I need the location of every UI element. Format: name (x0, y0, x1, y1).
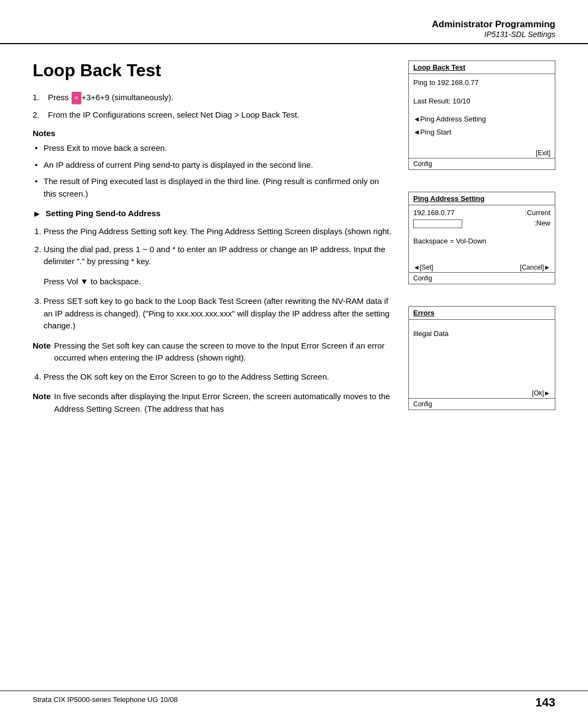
screen2-body: 192.168.0.77 :Current :New Backspace = V… (409, 205, 555, 263)
screen1-row2: Last Result: 10/10 (413, 96, 550, 107)
sub-steps-3: Press the OK soft key on the Error Scree… (44, 371, 392, 383)
screen3-config[interactable]: Config (413, 400, 432, 408)
left-column: Loop Back Test 1. Press ≈+3+6+9 (simulta… (33, 60, 392, 422)
notes-list: Press Exit to move back a screen. An IP … (33, 142, 392, 200)
note-item-2: An IP address of current Ping send-to pa… (33, 159, 392, 172)
sub-steps-2: Press SET soft key to go back to the Loo… (44, 295, 392, 332)
footer-page-num: 143 (535, 695, 555, 710)
main-content: Loop Back Test 1. Press ≈+3+6+9 (simulta… (0, 60, 588, 422)
screen2-bottom-bar: Config (409, 272, 555, 284)
sub-step-4: Press the OK soft key on the Error Scree… (44, 371, 392, 383)
screen2-config[interactable]: Config (413, 274, 432, 282)
screen2-new-label: :New (534, 219, 550, 228)
press-vol-line: Press Vol ▼ to backspace. (44, 276, 392, 288)
header-subtitle: IP5131-SDL Settings (432, 30, 555, 39)
screen1-bottom-bar: Config (409, 158, 555, 169)
screen-errors: Errors Illegal Data [Ok]► (408, 306, 555, 410)
arrow-section-heading: ► Setting Ping Send-to Address (33, 209, 392, 219)
note-item-3: The result of Ping executed last is disp… (33, 175, 392, 200)
screen3-bottom-bar: Config (409, 398, 555, 410)
screen1-soft-keys: [Exit] (409, 148, 555, 158)
note-text-2: In five seconds after displaying the Inp… (54, 390, 392, 415)
screen1-config[interactable]: Config (413, 160, 432, 168)
step-1: 1. Press ≈+3+6+9 (simultaneously). (33, 91, 392, 105)
screen1-menu2: ◄Ping Start (413, 127, 550, 138)
page-footer: Strata CIX IP5000-series Telephone UG 10… (0, 691, 588, 714)
notes-heading: Notes (33, 129, 392, 138)
header-right: Administrator Programming IP5131-SDL Set… (432, 19, 555, 39)
intro-steps: 1. Press ≈+3+6+9 (simultaneously). 2. Fr… (33, 91, 392, 121)
screen2-title: Ping Address Setting (409, 192, 555, 205)
page-header: Administrator Programming IP5131-SDL Set… (0, 0, 588, 44)
sub-steps-1: Press the Ping Address Setting soft key.… (44, 225, 392, 268)
screen3-illegal-data: Illegal Data (413, 328, 550, 339)
screen2-current-row: 192.168.0.77 :Current (413, 209, 550, 217)
screen1-exit-label: [Exit] (536, 149, 550, 157)
right-column: Loop Back Test Ping to 192.168.0.77 Last… (408, 60, 555, 422)
note-item-1: Press Exit to move back a screen. (33, 142, 392, 155)
key-button: ≈ (71, 91, 82, 105)
screen1-title: Loop Back Test (409, 61, 555, 74)
screen2-current-label: :Current (525, 209, 550, 217)
screen3-title: Errors (409, 307, 555, 320)
screen2-cancel-label[interactable]: [Cancel]► (520, 264, 550, 271)
screen1-row1: Ping to 192.168.0.77 (413, 77, 550, 88)
screen2-new-row: :New (413, 219, 550, 228)
note-label-1: Note (33, 340, 51, 364)
note-inline-2: Note In five seconds after displaying th… (33, 390, 392, 415)
screen2-set-label[interactable]: ◄[Set] (413, 264, 433, 271)
screen3-body: Illegal Data (409, 320, 555, 388)
page-title: Loop Back Test (33, 60, 392, 81)
screen-ping-address: Ping Address Setting 192.168.0.77 :Curre… (408, 192, 555, 284)
note-inline-1: Note Pressing the Set soft key can cause… (33, 340, 392, 364)
footer-left: Strata CIX IP5000-series Telephone UG 10… (33, 695, 177, 710)
screen2-backspace: Backspace = Vol-Down (413, 236, 550, 247)
screen2-current-ip: 192.168.0.77 (413, 209, 455, 217)
screen2-input-box (413, 219, 462, 228)
screen3-soft-keys: [Ok]► (409, 388, 555, 398)
screen1-menu1: ◄Ping Address Setting (413, 114, 550, 125)
header-title: Administrator Programming (432, 19, 555, 30)
screen3-ok-label[interactable]: [Ok]► (532, 389, 550, 397)
screen2-soft-keys: ◄[Set] [Cancel]► (409, 263, 555, 272)
screen1-body: Ping to 192.168.0.77 Last Result: 10/10 … (409, 74, 555, 148)
sub-step-3: Press SET soft key to go back to the Loo… (44, 295, 392, 332)
arrow-heading-label: Setting Ping Send-to Address (46, 209, 161, 218)
sub-step-2: Using the dial pad, press 1 ~ 0 and * to… (44, 243, 392, 268)
note-text-1: Pressing the Set soft key can cause the … (54, 340, 392, 364)
screen-loop-back-test: Loop Back Test Ping to 192.168.0.77 Last… (408, 60, 555, 170)
step-2: 2. From the IP Configurations screen, se… (33, 109, 392, 121)
page-container: Administrator Programming IP5131-SDL Set… (0, 0, 588, 714)
sub-step-1: Press the Ping Address Setting soft key.… (44, 225, 392, 238)
arrow-icon: ► (33, 209, 41, 219)
note-label-2: Note (33, 390, 51, 415)
